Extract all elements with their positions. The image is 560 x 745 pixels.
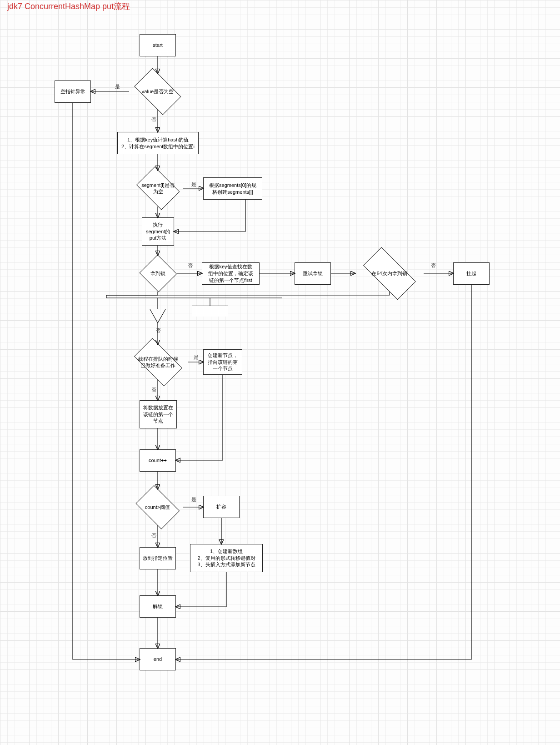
label-segnull-yes: 是 [191, 181, 196, 188]
hash-calc-node: 1、根据key值计算hash的值 2、计算在segment数组中的位置i [117, 132, 199, 154]
label-in64-no: 否 [431, 262, 436, 269]
new-array-node: 1、创建新数组 2、复用的形式转移键值对 3、头插入方式添加新节点 [190, 544, 263, 572]
in64-decision: 在64次内拿到锁 [355, 255, 424, 292]
label-countgt-no: 否 [151, 532, 156, 539]
diagram-title: jdk7 ConcurrentHashMap put流程 [7, 1, 130, 12]
prepared-decision: 线程在排队的时候 已做好准备工作 [128, 344, 188, 380]
edges-layer [0, 0, 560, 745]
label-valuenull-no: 否 [151, 116, 156, 123]
resize-node: 扩容 [203, 496, 240, 518]
npe-node: 空指针异常 [55, 81, 91, 103]
label-prepared-no: 否 [151, 387, 156, 393]
value-null-decision: value是否为空 [129, 73, 186, 110]
place-pos-node: 放到指定位置 [140, 547, 176, 569]
start-node: start [140, 34, 176, 56]
label-q-no: 否 [156, 327, 161, 334]
place-first-node: 将数据放置在 该链的第一个 节点 [140, 400, 177, 428]
label-countgt-yes: 是 [191, 496, 196, 503]
count-inc-node: count++ [140, 449, 176, 472]
label-valuenull-yes: 是 [115, 83, 120, 90]
create-segment-node: 根据segments[0]的规 格创建segments[i] [203, 177, 262, 200]
got-lock-decision: 拿到锁 [139, 255, 177, 292]
new-node-first: 创建新节点， 指向该链的第 一个节点 [203, 349, 242, 375]
suspend-node: 挂起 [453, 262, 490, 285]
count-gt-decision: count>阈值 [132, 489, 183, 525]
segment-null-decision: segment[i]是否 为空 [133, 170, 183, 206]
partial-hidden-node [192, 306, 228, 317]
find-first-node: 根据key值查找在数 组中的位置，确定该 链的第一个节点first [202, 262, 260, 285]
label-gotlock-no: 否 [188, 262, 193, 269]
label-prepared-yes: 是 [194, 354, 199, 361]
unlock-node: 解锁 [140, 595, 176, 618]
end-node: end [140, 648, 176, 670]
retry-lock-node: 重试拿锁 [295, 262, 331, 285]
segment-put-node: 执行 segment的 put方法 [142, 217, 174, 246]
